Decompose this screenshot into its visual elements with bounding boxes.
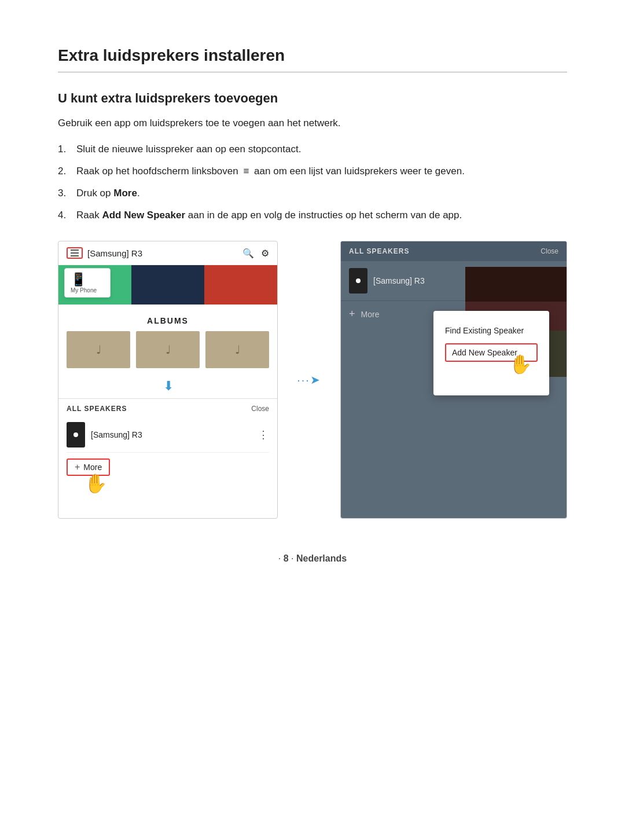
- find-existing-speaker-item[interactable]: Find Existing Speaker: [445, 321, 538, 340]
- menu-button[interactable]: [67, 247, 83, 259]
- album-covers: ♩ ♩ ♩: [67, 331, 269, 368]
- album-cover-1: ♩: [67, 331, 130, 368]
- search-icon[interactable]: 🔍: [242, 248, 254, 259]
- page: Extra luidsprekers installeren U kunt ex…: [0, 0, 625, 599]
- hand-area-2: 🤚: [445, 362, 538, 385]
- hand-cursor-1: 🤚: [84, 472, 107, 494]
- menu-line-3: [71, 255, 79, 256]
- intro-text: Gebruik een app om luidsprekers toe te v…: [58, 115, 567, 131]
- myphone-card: 📱 My Phone: [64, 268, 111, 298]
- topbar-icons: 🔍 ⚙: [242, 248, 269, 259]
- speaker-name-1: [Samsung] R3: [91, 430, 252, 439]
- subtitle: U kunt extra luidsprekers toevoegen: [58, 91, 567, 106]
- arrow-right: ···➤: [292, 373, 326, 387]
- hand-area: 🤚: [67, 478, 269, 507]
- right-tablet-screen: ALL SPEAKERS Close [Samsung] R3 ⋮ + More: [340, 241, 567, 519]
- page-number: · 8 · Nederlands: [58, 553, 567, 564]
- album-cover-2: ♩: [136, 331, 200, 368]
- plus-icon: +: [75, 462, 80, 472]
- step-num-2: 2.: [58, 163, 76, 179]
- speaker-options-dots[interactable]: ⋮: [258, 428, 269, 441]
- step-text-2: Raak op het hoofdscherm linksboven ≡ aan…: [76, 163, 567, 179]
- tablet-plus-icon: +: [349, 308, 355, 320]
- popup-menu: Find Existing Speaker Add New Speaker 🤚: [433, 311, 549, 395]
- tablet-topbar: ALL SPEAKERS Close: [341, 241, 567, 261]
- menu-line-2: [71, 252, 79, 254]
- all-speakers-header: ALL SPEAKERS Close: [67, 405, 269, 413]
- album-cover-3: ♩: [205, 331, 269, 368]
- step-text-4: Raak Add New Speaker aan in de app en vo…: [76, 207, 567, 223]
- tablet-all-speakers-title: ALL SPEAKERS: [349, 247, 409, 255]
- phone-topbar: [Samsung] R3 🔍 ⚙: [58, 241, 277, 265]
- step-num-1: 1.: [58, 141, 76, 157]
- more-label: More: [83, 463, 102, 472]
- step-text-1: Sluit de nieuwe luisspreker aan op een s…: [76, 141, 567, 157]
- step-3: 3. Druk op More.: [58, 185, 567, 201]
- all-speakers-close[interactable]: Close: [251, 405, 269, 413]
- topbar-title: [Samsung] R3: [87, 248, 142, 258]
- add-new-speaker-bold: Add New Speaker: [102, 210, 185, 221]
- speaker-dot: [73, 432, 78, 437]
- hand-cursor-2: 🤚: [509, 353, 532, 375]
- strip-red: [204, 265, 277, 305]
- page-suffix: ·: [289, 553, 296, 563]
- tablet-speaker-icon: [349, 268, 367, 294]
- page-prefix: ·: [278, 553, 284, 563]
- left-phone-screen: [Samsung] R3 🔍 ⚙ 📱 My Phone ALBUMS: [58, 241, 278, 519]
- phone-icon: 📱: [71, 272, 104, 287]
- myphone-label: My Phone: [71, 287, 104, 294]
- tablet-close-btn[interactable]: Close: [541, 247, 558, 255]
- page-language: Nederlands: [296, 553, 347, 563]
- section-title: Extra luidsprekers installeren: [58, 46, 567, 72]
- all-speakers-title: ALL SPEAKERS: [67, 405, 127, 413]
- speaker-icon: [67, 422, 85, 447]
- page-num: 8: [284, 553, 289, 563]
- topbar-left: [Samsung] R3: [67, 247, 142, 259]
- albums-title: ALBUMS: [67, 316, 269, 325]
- speaker-row-1: [Samsung] R3 ⋮: [67, 417, 269, 453]
- color-block-1: [465, 267, 567, 302]
- menu-line-1: [71, 250, 79, 251]
- gear-icon[interactable]: ⚙: [261, 248, 269, 259]
- hamburger-symbol: ≡: [243, 166, 249, 177]
- more-bold: More: [113, 188, 137, 199]
- albums-section: ALBUMS ♩ ♩ ♩: [58, 305, 277, 374]
- step-num-4: 4.: [58, 207, 76, 223]
- step-num-3: 3.: [58, 185, 76, 201]
- steps-list: 1. Sluit de nieuwe luisspreker aan op ee…: [58, 141, 567, 223]
- all-speakers-panel: ALL SPEAKERS Close [Samsung] R3 ⋮ + More: [58, 398, 277, 513]
- step-2: 2. Raak op het hoofdscherm linksboven ≡ …: [58, 163, 567, 179]
- step-text-3: Druk op More.: [76, 185, 567, 201]
- arrow-down: ⬇: [58, 379, 277, 394]
- tablet-more-label: More: [361, 310, 380, 319]
- strip-dark: [131, 265, 204, 305]
- tablet-speaker-dot: [356, 278, 361, 283]
- step-4: 4. Raak Add New Speaker aan in de app en…: [58, 207, 567, 223]
- arrow-dots: ···➤: [297, 373, 321, 387]
- screenshots-container: [Samsung] R3 🔍 ⚙ 📱 My Phone ALBUMS: [58, 241, 567, 519]
- step-1: 1. Sluit de nieuwe luisspreker aan op ee…: [58, 141, 567, 157]
